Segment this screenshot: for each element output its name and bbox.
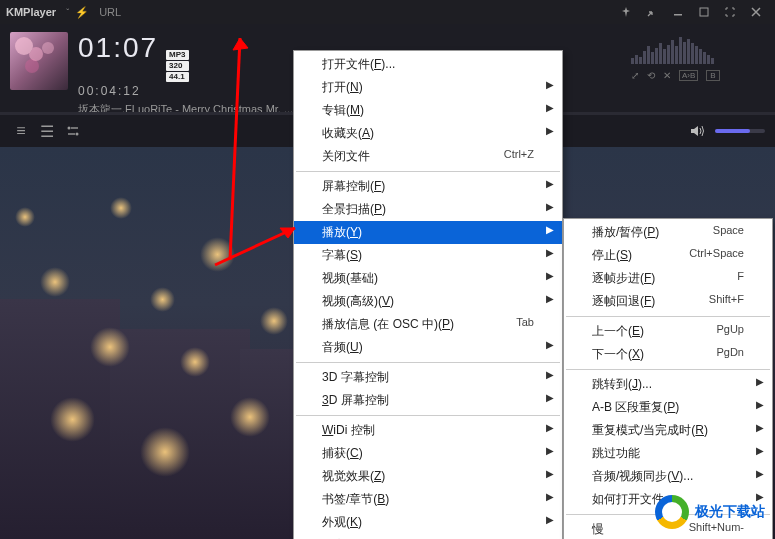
menu-shortcut: Space [713, 224, 744, 241]
svg-point-2 [68, 127, 71, 130]
menu-item-label: 3D 屏幕控制 [322, 392, 389, 409]
vis-ctrl-b-icon[interactable]: B [706, 70, 719, 81]
maximize-icon[interactable] [693, 4, 715, 20]
playlist-icon[interactable]: ≡ [10, 120, 32, 142]
svg-rect-0 [674, 14, 682, 16]
svg-point-4 [76, 133, 79, 136]
url-label[interactable]: URL [99, 6, 121, 18]
menu-item[interactable]: 下一个(X)PgDn [564, 343, 772, 366]
menu-item-label: 视频(高级)(V) [322, 293, 394, 310]
menu-item[interactable]: 关闭文件Ctrl+Z [294, 145, 562, 168]
menu-item[interactable]: 视频(基础)▶ [294, 267, 562, 290]
menu-item[interactable]: 跳转到(J)...▶ [564, 373, 772, 396]
submenu-arrow-icon: ▶ [546, 102, 554, 113]
pin-icon[interactable] [615, 4, 637, 20]
menu-item-label: 播放信息 (在 OSC 中)(P) [322, 316, 454, 333]
submenu-arrow-icon: ▶ [546, 201, 554, 212]
menu-item-label: 关闭文件 [322, 148, 370, 165]
menu-item[interactable]: 上一个(E)PgUp [564, 320, 772, 343]
menu-item-label: 停止(S) [592, 247, 632, 264]
context-menu-main: 打开文件(F)...打开(N)▶专辑(M)▶收藏夹(A)▶关闭文件Ctrl+Z屏… [293, 50, 563, 539]
menu-item[interactable]: 视觉效果(Z)▶ [294, 465, 562, 488]
menu-item[interactable]: 播放信息 (在 OSC 中)(P)Tab [294, 313, 562, 336]
menu-item-label: 跳过功能 [592, 445, 640, 462]
menu-separator [566, 369, 770, 370]
menu-item-label: 视频(基础) [322, 270, 378, 287]
menu-item-label: 播放(Y) [322, 224, 362, 241]
menu-shortcut: PgDn [716, 346, 744, 363]
menu-item[interactable]: 屏幕控制(F)▶ [294, 175, 562, 198]
vis-ctrl-repeat-icon[interactable]: ⟲ [647, 70, 655, 81]
vis-ctrl-ab-icon[interactable]: A›B [679, 70, 698, 81]
menu-item[interactable]: 打开(N)▶ [294, 76, 562, 99]
close-icon[interactable] [745, 4, 767, 20]
submenu-arrow-icon: ▶ [546, 79, 554, 90]
menu-item-label: 视觉效果(Z) [322, 468, 385, 485]
submenu-arrow-icon: ▶ [756, 422, 764, 433]
watermark: 极光下载站 [655, 495, 765, 529]
current-time: 01:07 [78, 32, 158, 64]
submenu-arrow-icon: ▶ [546, 247, 554, 258]
menu-shortcut: F [737, 270, 744, 287]
fullscreen-icon[interactable] [719, 4, 741, 20]
volume-icon[interactable] [687, 120, 709, 142]
menu-item[interactable]: 重复模式/当完成时(R)▶ [564, 419, 772, 442]
menu-item[interactable]: A-B 区段重复(P)▶ [564, 396, 772, 419]
svg-rect-1 [700, 8, 708, 16]
menu-item[interactable]: 专辑(M)▶ [294, 99, 562, 122]
menu-separator [566, 316, 770, 317]
menu-item[interactable]: 语言(I)▶ [294, 534, 562, 539]
menu-item-label: 屏幕控制(F) [322, 178, 385, 195]
menu-item[interactable]: 音频(U)▶ [294, 336, 562, 359]
menu-item[interactable]: 跳过功能▶ [564, 442, 772, 465]
menu-item[interactable]: 视频(高级)(V)▶ [294, 290, 562, 313]
minimize-icon[interactable] [667, 4, 689, 20]
menu-item-label: 专辑(M) [322, 102, 364, 119]
menu-item-label: 打开文件(F)... [322, 56, 395, 73]
menu-item[interactable]: 音频/视频同步(V)...▶ [564, 465, 772, 488]
volume-slider[interactable] [715, 129, 765, 133]
settings-icon[interactable] [62, 120, 84, 142]
menu-item[interactable]: 收藏夹(A)▶ [294, 122, 562, 145]
album-art[interactable] [10, 32, 68, 90]
vis-ctrl-loop-icon[interactable]: ⤢ [631, 70, 639, 81]
menu-separator [296, 171, 560, 172]
menu-item-label: 打开(N) [322, 79, 363, 96]
menu-item[interactable]: 3D 字幕控制▶ [294, 366, 562, 389]
vis-ctrl-shuffle-icon[interactable]: ✕ [663, 70, 671, 81]
menu-item[interactable]: 3D 屏幕控制▶ [294, 389, 562, 412]
menu-shortcut: Ctrl+Space [689, 247, 744, 264]
menu-shortcut: Tab [516, 316, 534, 333]
titlebar: KMPlayer ˇ ⚡ URL [0, 0, 775, 24]
menu-separator [296, 415, 560, 416]
submenu-arrow-icon: ▶ [546, 422, 554, 433]
menu-item[interactable]: 全景扫描(P)▶ [294, 198, 562, 221]
menu-item-label: 播放/暂停(P) [592, 224, 659, 241]
menu-item[interactable]: 字幕(S)▶ [294, 244, 562, 267]
menu-item[interactable]: 播放(Y)▶ [294, 221, 562, 244]
app-logo: KMPlayer [6, 6, 56, 18]
menu-item[interactable]: WiDi 控制▶ [294, 419, 562, 442]
menu-item-label: 字幕(S) [322, 247, 362, 264]
menu-item[interactable]: 逐帧回退(F)Shift+F [564, 290, 772, 313]
menu-shortcut: Ctrl+Z [504, 148, 534, 165]
menu-item[interactable]: 打开文件(F)... [294, 53, 562, 76]
menu-item[interactable]: 捕获(C)▶ [294, 442, 562, 465]
menu-item-label: 收藏夹(A) [322, 125, 374, 142]
menu-item[interactable]: 外观(K)▶ [294, 511, 562, 534]
menu-item[interactable]: 逐帧步进(F)F [564, 267, 772, 290]
bolt-icon[interactable]: ⚡ [75, 6, 89, 19]
menu-item-label: 音频(U) [322, 339, 363, 356]
list-icon[interactable]: ☰ [36, 120, 58, 142]
menu-item-label: 外观(K) [322, 514, 362, 531]
menu-item[interactable]: 书签/章节(B)▶ [294, 488, 562, 511]
time-block: 01:07 MP3 320 44.1 00:04:12 坂本龍一,FLuoRiT… [78, 32, 293, 117]
menu-item-label: 逐帧回退(F) [592, 293, 655, 310]
menu-item[interactable]: 播放/暂停(P)Space [564, 221, 772, 244]
submenu-arrow-icon: ▶ [546, 468, 554, 479]
menu-item-label: 下一个(X) [592, 346, 644, 363]
chevron-down-icon[interactable]: ˇ [66, 7, 69, 17]
restore-down-icon[interactable] [641, 4, 663, 20]
watermark-icon [655, 495, 689, 529]
menu-item[interactable]: 停止(S)Ctrl+Space [564, 244, 772, 267]
